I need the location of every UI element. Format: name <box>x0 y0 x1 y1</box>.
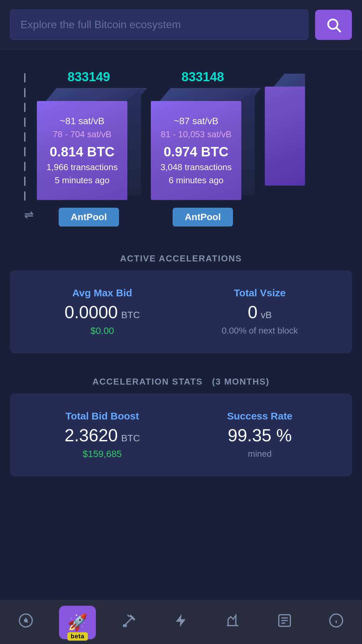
swap-icon: ⇌ <box>24 209 25 220</box>
timeline-dash <box>24 88 25 97</box>
avg-max-bid-usd: $0.00 <box>90 326 114 336</box>
block-item-partial[interactable] <box>265 70 305 227</box>
success-rate-value-row: 99.35 % <box>228 425 292 445</box>
active-accelerations-label: ACTIVE ACCELERATIONS <box>0 240 362 270</box>
main-content: ⇌ 833149 ~81 sat/vB 78 - 704 sat/vB 0.81… <box>0 50 362 520</box>
block-btc-value: 0.814 BTC <box>50 144 114 159</box>
avg-max-bid-value: 0.0000 <box>64 302 118 322</box>
svg-rect-4 <box>123 625 127 627</box>
total-bid-boost-label: Total Bid Boost <box>65 410 139 422</box>
timeline-dash <box>24 147 25 156</box>
accelerator-icon: 🚀 <box>67 613 87 632</box>
total-bid-boost-value-row: 2.3620 BTC <box>64 425 140 445</box>
total-vsize-stat: Total Vsize 0 vB 0.00% of next block <box>181 287 339 336</box>
timeline-line: ⇌ <box>24 70 25 240</box>
svg-point-3 <box>24 619 27 622</box>
nav-item-chart[interactable] <box>213 606 253 639</box>
block-front-face <box>265 87 305 186</box>
acceleration-stats-card: Total Bid Boost 2.3620 BTC $159,685 Succ… <box>10 394 352 476</box>
miner-badge: AntPool <box>173 208 233 227</box>
total-bid-boost-stat: Total Bid Boost 2.3620 BTC $159,685 <box>23 410 181 459</box>
total-vsize-unit: vB <box>261 310 272 320</box>
total-bid-boost-unit: BTC <box>121 433 140 444</box>
nav-item-lightning[interactable] <box>161 606 201 639</box>
svg-line-1 <box>337 28 340 32</box>
block-item[interactable]: 833148 ~87 sat/vB 81 - 10,053 sat/vB 0.9… <box>151 70 255 227</box>
search-icon <box>325 17 342 33</box>
nav-item-dashboard[interactable] <box>6 606 46 639</box>
search-input[interactable] <box>10 9 308 40</box>
block-transactions: 3,048 transactions <box>161 162 232 172</box>
search-button[interactable] <box>315 10 352 40</box>
block-visual: ~81 sat/vB 78 - 704 sat/vB 0.814 BTC 1,9… <box>37 88 141 202</box>
block-number: 833149 <box>68 70 110 84</box>
block-fee-range: 81 - 10,053 sat/vB <box>161 129 231 140</box>
success-rate-value: 99.35 % <box>228 425 292 445</box>
timeline-dash <box>24 117 25 127</box>
block-fee-approx: ~87 sat/vB <box>174 116 218 127</box>
success-rate-stat: Success Rate 99.35 % mined <box>181 410 339 459</box>
block-fee-range: 78 - 704 sat/vB <box>53 129 112 140</box>
block-item[interactable]: 833149 ~81 sat/vB 78 - 704 sat/vB 0.814 … <box>37 70 141 227</box>
block-number: 833148 <box>182 70 224 84</box>
blocks-section: ⇌ 833149 ~81 sat/vB 78 - 704 sat/vB 0.81… <box>0 50 362 240</box>
active-accelerations-card: Avg Max Bid 0.0000 BTC $0.00 Total Vsize… <box>10 270 352 353</box>
total-vsize-value: 0 <box>248 302 257 322</box>
block-fee-approx: ~81 sat/vB <box>60 116 104 127</box>
dashboard-icon <box>18 613 34 632</box>
avg-max-bid-value-row: 0.0000 BTC <box>64 302 140 322</box>
transaction-icon <box>277 613 292 632</box>
block-visual: ~87 sat/vB 81 - 10,053 sat/vB 0.974 BTC … <box>151 88 255 202</box>
avg-max-bid-label: Avg Max Bid <box>72 287 132 299</box>
acceleration-stats-label: ACCELERATION STATS (3 MONTHS) <box>0 363 362 394</box>
success-rate-label: Success Rate <box>227 410 292 422</box>
block-time: 6 minutes ago <box>169 175 223 186</box>
timeline-dash <box>24 73 25 83</box>
total-vsize-pct: 0.00% of next block <box>222 326 298 336</box>
beta-badge: beta <box>67 632 88 641</box>
total-vsize-label: Total Vsize <box>234 287 286 299</box>
nav-item-transactions[interactable] <box>264 606 305 639</box>
nav-item-info[interactable] <box>316 606 356 639</box>
nav-item-mining[interactable] <box>109 606 149 639</box>
total-bid-boost-usd: $159,685 <box>83 449 122 459</box>
timeline-dash <box>24 103 25 112</box>
block-front-face: ~81 sat/vB 78 - 704 sat/vB 0.814 BTC 1,9… <box>37 101 127 200</box>
total-vsize-value-row: 0 vB <box>248 302 272 322</box>
mining-icon <box>122 613 137 632</box>
nav-item-accelerator[interactable]: 🚀 beta <box>57 606 98 639</box>
header <box>0 0 362 50</box>
total-bid-boost-value: 2.3620 <box>64 425 118 445</box>
block-btc-value: 0.974 BTC <box>164 144 228 159</box>
chart-icon <box>225 613 240 632</box>
block-time: 5 minutes ago <box>55 175 109 186</box>
timeline-dash <box>24 177 25 186</box>
lightning-icon <box>173 613 189 632</box>
timeline-dash <box>24 162 25 171</box>
block-visual-partial <box>265 74 305 188</box>
block-transactions: 1,966 transactions <box>47 162 118 172</box>
info-icon <box>328 613 344 632</box>
timeline-dash <box>24 191 25 201</box>
miner-badge: AntPool <box>59 208 119 227</box>
avg-max-bid-stat: Avg Max Bid 0.0000 BTC $0.00 <box>23 287 181 336</box>
block-front-face: ~87 sat/vB 81 - 10,053 sat/vB 0.974 BTC … <box>151 101 241 200</box>
timeline-dash <box>24 132 25 142</box>
avg-max-bid-unit: BTC <box>121 310 140 320</box>
blocks-row: 833149 ~81 sat/vB 78 - 704 sat/vB 0.814 … <box>0 70 362 227</box>
success-rate-sub: mined <box>248 449 272 459</box>
bottom-navigation: 🚀 beta <box>0 600 362 644</box>
